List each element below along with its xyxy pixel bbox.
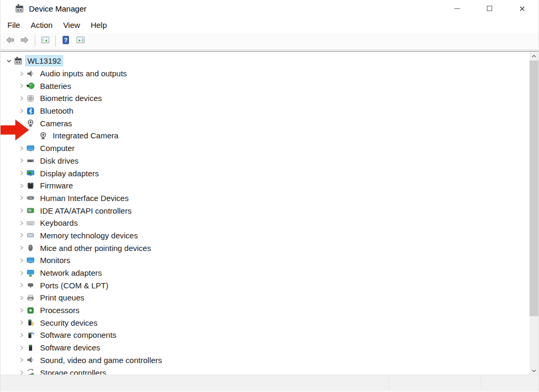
chevron-right-icon[interactable] xyxy=(17,357,26,363)
tree-label[interactable]: Network adapters xyxy=(38,268,104,278)
menu-file[interactable]: File xyxy=(2,18,25,32)
tree-row-ports-com-lpt-[interactable]: Ports (COM & LPT) xyxy=(1,279,530,292)
chevron-right-icon[interactable] xyxy=(17,71,26,76)
chevron-right-icon[interactable] xyxy=(17,270,26,276)
tree-row-audio-inputs-and-outputs[interactable]: Audio inputs and outputs xyxy=(1,67,530,80)
tree-row-keyboards[interactable]: Keyboards xyxy=(1,217,530,229)
tree-label[interactable]: Storage controllers xyxy=(38,368,108,375)
chevron-right-icon[interactable] xyxy=(17,220,26,226)
tree-label[interactable]: Bluetooth xyxy=(38,106,75,116)
menu-action[interactable]: Action xyxy=(25,18,58,32)
tree-label[interactable]: Integrated Camera xyxy=(51,130,120,140)
chevron-right-icon[interactable] xyxy=(17,208,26,213)
tree-row-software-components[interactable]: Software components xyxy=(1,329,530,341)
printer-icon xyxy=(26,293,35,303)
tree-row-storage-controllers[interactable]: Storage controllers xyxy=(1,366,530,375)
tree-row-wl13192[interactable]: WL13192 xyxy=(1,55,530,67)
chevron-right-icon[interactable] xyxy=(17,370,26,375)
chevron-right-icon[interactable] xyxy=(17,83,26,88)
tree-label[interactable]: Disk drives xyxy=(38,156,80,166)
vertical-scrollbar[interactable] xyxy=(530,52,538,375)
tree-row-disk-drives[interactable]: Disk drives xyxy=(1,155,530,167)
tree-label[interactable]: Processors xyxy=(38,305,81,315)
tree-row-human-interface-devices[interactable]: Human Interface Devices xyxy=(1,192,530,205)
tree-row-monitors[interactable]: Monitors xyxy=(1,254,530,267)
tree-label[interactable]: Biometric devices xyxy=(38,93,104,103)
tree-label[interactable]: Memory technology devices xyxy=(38,230,139,240)
tree-label[interactable]: Mice and other pointing devices xyxy=(38,243,153,253)
tree-row-mice-and-other-pointing-devices[interactable]: Mice and other pointing devices xyxy=(1,242,530,254)
tree-row-display-adapters[interactable]: Display adapters xyxy=(1,167,530,179)
help-button[interactable]: ? xyxy=(58,34,73,48)
close-button[interactable]: ✕ xyxy=(506,0,538,17)
tree-label[interactable]: Cameras xyxy=(38,118,74,128)
chevron-right-icon[interactable] xyxy=(17,183,26,188)
chevron-right-icon[interactable] xyxy=(17,345,26,350)
tree-row-ide-ata-atapi-controllers[interactable]: IDE ATA/ATAPI controllers xyxy=(1,204,530,217)
back-button[interactable] xyxy=(3,34,17,48)
tree-row-batteries[interactable]: Batteries xyxy=(1,79,530,92)
memory-card-icon xyxy=(26,230,35,240)
tree-label[interactable]: Sound, video and game controllers xyxy=(38,355,164,365)
tree-label[interactable]: Keyboards xyxy=(38,218,79,228)
forward-button[interactable] xyxy=(17,34,32,48)
chevron-right-icon[interactable] xyxy=(17,158,26,163)
tree-row-cameras[interactable]: Cameras xyxy=(1,117,530,129)
tree-label[interactable]: Software components xyxy=(38,330,118,340)
tree-row-firmware[interactable]: Firmware xyxy=(1,179,530,192)
tree-row-network-adapters[interactable]: Network adapters xyxy=(1,267,530,279)
tree-row-security-devices[interactable]: Security devices xyxy=(1,316,530,329)
maximize-button[interactable] xyxy=(473,0,506,17)
scrollbar-thumb[interactable] xyxy=(530,61,538,316)
tree-label[interactable]: Software devices xyxy=(38,343,102,353)
tree-row-computer[interactable]: Computer xyxy=(1,142,530,155)
show-console-tree-button[interactable] xyxy=(38,34,53,48)
chevron-right-icon[interactable] xyxy=(17,146,26,151)
chevron-right-icon[interactable] xyxy=(17,320,26,325)
tree-row-biometric-devices[interactable]: Biometric devices xyxy=(1,92,530,105)
chevron-right-icon[interactable] xyxy=(17,245,26,250)
chevron-right-icon[interactable] xyxy=(17,195,26,200)
tree-label[interactable]: Ports (COM & LPT) xyxy=(38,280,110,290)
tree-label[interactable]: Security devices xyxy=(38,318,99,328)
menu-view[interactable]: View xyxy=(58,18,85,32)
tree-label[interactable]: IDE ATA/ATAPI controllers xyxy=(38,206,133,216)
firmware-chip-icon xyxy=(26,181,35,190)
tree-row-processors[interactable]: Processors xyxy=(1,304,530,317)
chevron-right-icon[interactable] xyxy=(17,96,26,101)
tree-label[interactable]: Print queues xyxy=(38,293,86,303)
chevron-right-icon[interactable] xyxy=(17,283,26,288)
scroll-up-button[interactable] xyxy=(530,52,538,61)
chevron-right-icon[interactable] xyxy=(17,108,26,114)
tree-row-sound-video-and-game-controllers[interactable]: Sound, video and game controllers xyxy=(1,354,530,367)
chevron-right-icon[interactable] xyxy=(17,295,26,300)
tree-label[interactable]: Computer xyxy=(38,143,76,153)
tree-label[interactable]: Display adapters xyxy=(38,168,101,178)
ide-board-icon xyxy=(26,206,35,215)
chevron-right-icon[interactable] xyxy=(17,333,26,338)
tree-row-memory-technology-devices[interactable]: Memory technology devices xyxy=(1,229,530,242)
tree-label[interactable]: Firmware xyxy=(38,180,75,190)
disk-icon xyxy=(26,156,35,165)
chevron-right-icon[interactable] xyxy=(17,170,26,176)
chevron-right-icon[interactable] xyxy=(17,258,26,263)
keyboard-icon xyxy=(26,218,35,228)
scroll-down-button[interactable] xyxy=(530,366,538,375)
minimize-button[interactable] xyxy=(441,0,473,17)
tree-row-integrated-camera[interactable]: Integrated Camera xyxy=(1,129,530,142)
tree-row-bluetooth[interactable]: Bluetooth xyxy=(1,105,530,117)
chevron-right-icon[interactable] xyxy=(17,233,26,238)
properties-button[interactable] xyxy=(73,34,88,48)
chevron-right-icon[interactable] xyxy=(17,308,26,313)
tree-row-software-devices[interactable]: Software devices xyxy=(1,341,530,354)
network-adapter-icon xyxy=(26,268,35,278)
toolbar: ? xyxy=(1,33,538,50)
chevron-down-icon[interactable] xyxy=(5,58,13,64)
tree-label[interactable]: Monitors xyxy=(38,255,72,265)
tree-label[interactable]: WL13192 xyxy=(26,56,63,66)
menu-help[interactable]: Help xyxy=(85,18,112,32)
tree-label[interactable]: Batteries xyxy=(38,81,73,91)
tree-label[interactable]: Human Interface Devices xyxy=(38,193,130,203)
tree-row-print-queues[interactable]: Print queues xyxy=(1,292,530,304)
tree-label[interactable]: Audio inputs and outputs xyxy=(38,68,128,78)
